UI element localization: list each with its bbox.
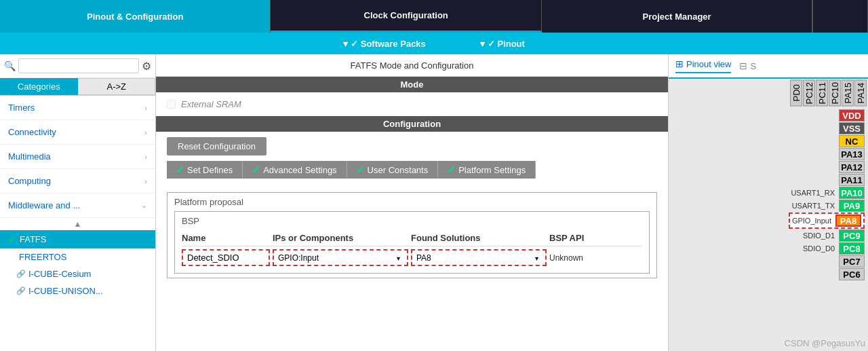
sidebar-item-multimedia[interactable]: Multimedia ›: [0, 145, 155, 169]
pin-box-pa8: PA8: [835, 215, 861, 227]
pin-box-pa10: PA10: [839, 187, 865, 199]
sidebar-item-timers[interactable]: Timers ›: [0, 96, 155, 120]
software-packs-label: ✓ Software Packs: [351, 39, 426, 49]
pin-box-nc: NC: [839, 135, 865, 147]
nav-clock[interactable]: Clock Configuration: [271, 0, 541, 33]
search-input[interactable]: [18, 58, 139, 73]
pin-list: VDD VSS NC PA13 PA12: [785, 106, 868, 284]
check-icon: ✔: [252, 164, 260, 175]
config-content: Reset Configuration ✔ Set Defines ✔ Adva…: [156, 132, 668, 184]
ips-cell[interactable]: GPIO:Input GPIO:Output ▾: [273, 249, 408, 266]
check-icon: ✔: [448, 164, 456, 175]
chevron-right-icon: ›: [144, 177, 147, 185]
ips-select[interactable]: GPIO:Input GPIO:Output: [278, 253, 403, 263]
tab-pinout-view[interactable]: ⊞ Pinout view: [675, 58, 731, 73]
mode-content: External SRAM: [156, 92, 668, 116]
nav-extra: [812, 0, 868, 33]
pin-box-pc8: PC8: [839, 242, 865, 255]
tab-platform-settings[interactable]: ✔ Platform Settings: [438, 161, 536, 179]
tab-system-view[interactable]: ⊟ S: [739, 60, 756, 71]
tab-user-constants[interactable]: ✔ User Constants: [347, 161, 439, 179]
gear-icon[interactable]: ⚙: [142, 60, 151, 73]
pin-vdd[interactable]: VDD: [839, 109, 865, 122]
pin-pa13[interactable]: PA13: [839, 148, 865, 160]
pin-pa9[interactable]: USART1_TX PA9: [792, 200, 865, 212]
pc9-signal: SDIO_D1: [803, 232, 835, 240]
top-pin-pa15: PA15: [842, 80, 854, 107]
table-row: Detect_SDIO GPIO:Input GPIO:Output ▾: [182, 246, 642, 269]
sidebar-search-bar: 🔍 ⚙: [0, 54, 155, 78]
link-icon: 🔗: [16, 270, 26, 278]
chevron-right-icon: ›: [144, 128, 147, 136]
pinout-view-header: ⊞ Pinout view ⊟ S: [669, 54, 868, 79]
check-icon: ✔: [357, 164, 365, 175]
link-icon: 🔗: [16, 287, 26, 295]
pin-pa11[interactable]: PA11: [839, 174, 865, 186]
sidebar-items-list: Timers › Connectivity › Multimedia › Com…: [0, 96, 155, 351]
sub-nav-pinout[interactable]: ▾ ✓ Pinout: [480, 39, 525, 49]
top-pin-pa14: PA14: [854, 80, 867, 107]
scroll-indicator: ▲: [0, 218, 155, 230]
pin-nc[interactable]: NC: [839, 135, 865, 147]
solutions-cell[interactable]: PA8 PA9 PA10 ▾: [411, 249, 547, 266]
pa9-signal: USART1_TX: [792, 202, 835, 210]
list-icon: ⊟: [739, 60, 747, 71]
fatfs-title: FATFS Mode and Configuration: [156, 54, 668, 77]
tab-set-defines[interactable]: ✔ Set Defines: [167, 161, 243, 179]
solutions-select[interactable]: PA8 PA9 PA10: [416, 253, 541, 263]
pin-box-vss: VSS: [839, 122, 865, 134]
pinout-label: ✓ Pinout: [488, 39, 525, 49]
sidebar-item-computing[interactable]: Computing ›: [0, 169, 155, 193]
sub-nav-software-packs[interactable]: ▾ ✓ Software Packs: [343, 39, 426, 49]
sidebar-item-connectivity[interactable]: Connectivity ›: [0, 120, 155, 145]
sidebar-tabs: Categories A->Z: [0, 78, 155, 96]
fatfs-label: FATFS: [20, 234, 46, 244]
content-area: FATFS Mode and Configuration Mode Extern…: [156, 54, 668, 351]
sidebar-item-i-cube-unison[interactable]: 🔗 I-CUBE-UNISON...: [0, 282, 155, 299]
top-pin-pc10: PC10: [829, 80, 841, 107]
search-icon: 🔍: [4, 60, 16, 71]
pin-pa10[interactable]: USART1_RX PA10: [791, 187, 865, 199]
sidebar-item-i-cube-cesium[interactable]: 🔗 I-CUBE-Cesium: [0, 265, 155, 282]
pin-box-pc9: PC9: [839, 229, 865, 242]
nav-clock-label: Clock Configuration: [364, 10, 448, 20]
nav-pinout-label: Pinout & Configuration: [87, 12, 183, 22]
tab-categories[interactable]: Categories: [0, 78, 78, 95]
pin-box-vdd: VDD: [839, 109, 865, 122]
chevron-down-icon: ⌄: [141, 201, 147, 210]
pa8-signal: GPIO_Input: [792, 217, 831, 225]
tab-a-z[interactable]: A->Z: [78, 78, 156, 95]
nav-pinout[interactable]: Pinout & Configuration: [0, 0, 271, 33]
nav-project-label: Project Manager: [643, 12, 711, 22]
watermark: CSDN @PegasusYu: [785, 338, 865, 348]
pin-pa8[interactable]: GPIO_Input PA8: [789, 213, 865, 229]
pin-pc8[interactable]: SDIO_D0 PC8: [803, 242, 865, 255]
pc8-signal: SDIO_D0: [803, 244, 835, 253]
pin-box-pa9: PA9: [839, 200, 865, 212]
sub-navigation: ▾ ✓ Software Packs ▾ ✓ Pinout: [0, 33, 868, 54]
main-layout: 🔍 ⚙ Categories A->Z Timers › Connectivit…: [0, 54, 868, 351]
sidebar-item-freertos[interactable]: FREERTOS: [0, 248, 155, 265]
pin-pc7[interactable]: PC7: [839, 255, 865, 267]
bsp-section: BSP Name IPs or Components Found Solutio…: [174, 211, 650, 274]
pin-box-pc6: PC6: [839, 268, 865, 280]
right-panel: ⊞ Pinout view ⊟ S PD0 PC12 PC11 PC10 PA1…: [668, 54, 868, 351]
pin-box-pa12: PA12: [839, 161, 865, 173]
pin-vss[interactable]: VSS: [839, 122, 865, 134]
platform-proposal-section: Platform proposal BSP Name IPs or Compon…: [167, 192, 657, 278]
nav-project[interactable]: Project Manager: [542, 0, 812, 33]
sidebar-item-middleware[interactable]: Middleware and ... ⌄: [0, 193, 155, 218]
sidebar-item-fatfs[interactable]: ✔ FATFS: [0, 230, 155, 248]
pa10-signal: USART1_RX: [791, 189, 835, 197]
top-navigation: Pinout & Configuration Clock Configurati…: [0, 0, 868, 33]
sidebar: 🔍 ⚙ Categories A->Z Timers › Connectivit…: [0, 54, 156, 351]
chevron-down-icon: ▾: [343, 39, 348, 49]
name-cell: Detect_SDIO: [182, 249, 270, 266]
pin-pa12[interactable]: PA12: [839, 161, 865, 173]
pin-pc6[interactable]: PC6: [839, 268, 865, 280]
mode-bar: Mode: [156, 77, 668, 92]
external-sram-checkbox[interactable]: [167, 100, 176, 109]
tab-advanced-settings[interactable]: ✔ Advanced Settings: [243, 161, 347, 179]
reset-configuration-button[interactable]: Reset Configuration: [167, 137, 267, 155]
pin-pc9[interactable]: SDIO_D1 PC9: [803, 229, 865, 242]
